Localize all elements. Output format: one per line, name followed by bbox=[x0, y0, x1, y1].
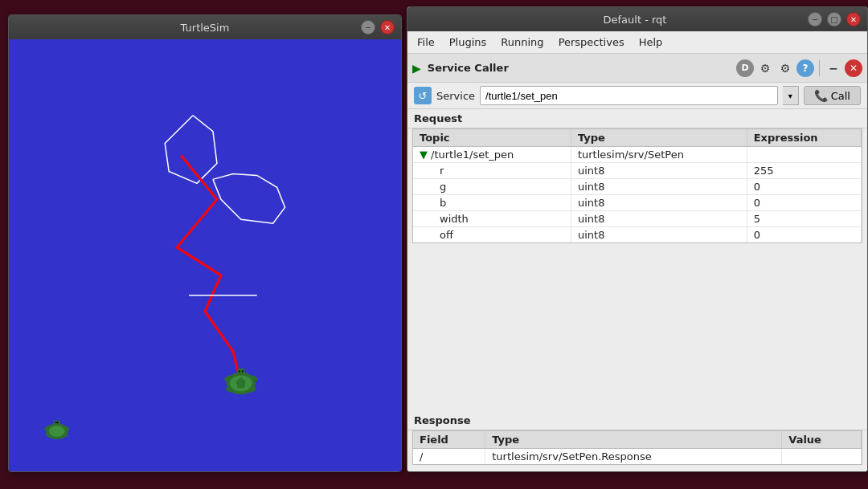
response-value-cell bbox=[782, 449, 862, 465]
menu-plugins[interactable]: Plugins bbox=[443, 34, 493, 51]
service-label: Service bbox=[436, 90, 475, 102]
service-caller-label: Service Caller bbox=[428, 62, 509, 74]
request-expression-cell[interactable]: 0 bbox=[747, 179, 861, 195]
col-type: Type bbox=[485, 431, 782, 449]
request-row[interactable]: ▼/turtle1/set_penturtlesim/srv/SetPen bbox=[413, 147, 862, 163]
service-row: ↺ Service ▾ 📞 Call bbox=[407, 83, 867, 109]
service-input[interactable] bbox=[480, 86, 778, 105]
question-icon[interactable]: ? bbox=[796, 59, 814, 77]
col-expression: Expression bbox=[747, 129, 861, 147]
request-table-area: Topic Type Expression ▼/turtle1/set_pent… bbox=[407, 128, 867, 411]
service-dropdown[interactable]: ▾ bbox=[783, 86, 799, 105]
response-table-area: Field Type Value /turtlesim/srv/SetPen.R… bbox=[407, 430, 867, 471]
svg-point-18 bbox=[55, 422, 57, 423]
col-topic: Topic bbox=[413, 129, 571, 147]
request-row[interactable]: offuint80 bbox=[413, 227, 862, 243]
request-table: Topic Type Expression ▼/turtle1/set_pent… bbox=[413, 129, 862, 242]
close-button[interactable]: ✕ bbox=[380, 20, 395, 35]
request-row[interactable]: guint80 bbox=[413, 179, 862, 195]
request-expression-cell[interactable]: 0 bbox=[747, 227, 861, 243]
rqt-titlebar: Default - rqt ─ □ ✕ bbox=[407, 7, 867, 31]
request-type-cell: uint8 bbox=[571, 179, 747, 195]
request-row[interactable]: widthuint85 bbox=[413, 211, 862, 227]
toolbar-icon-group: D ⚙ ⚙ ? − ✕ bbox=[736, 59, 862, 77]
rqt-restore-button[interactable]: □ bbox=[827, 12, 841, 26]
col-value: Value bbox=[782, 431, 862, 449]
col-type: Type bbox=[571, 129, 747, 147]
response-row: /turtlesim/srv/SetPen.Response bbox=[413, 449, 862, 465]
request-topic-cell: ▼/turtle1/set_pen bbox=[413, 147, 571, 163]
request-table-wrapper: Topic Type Expression ▼/turtle1/set_pent… bbox=[412, 128, 862, 243]
request-row[interactable]: ruint8255 bbox=[413, 163, 862, 179]
toolbar-separator bbox=[819, 60, 820, 76]
toolbar-close-icon[interactable]: ✕ bbox=[845, 59, 862, 77]
svg-point-3 bbox=[237, 368, 245, 374]
response-table: Field Type Value /turtlesim/srv/SetPen.R… bbox=[413, 431, 862, 464]
request-topic-cell: width bbox=[413, 211, 571, 227]
svg-point-10 bbox=[242, 370, 244, 372]
rqt-window: Default - rqt ─ □ ✕ File Plugins Running… bbox=[407, 6, 868, 472]
request-topic-cell: off bbox=[413, 227, 571, 243]
menu-running[interactable]: Running bbox=[494, 34, 550, 51]
request-row[interactable]: buint80 bbox=[413, 195, 862, 211]
request-type-cell: uint8 bbox=[571, 227, 747, 243]
gear2-icon[interactable]: ⚙ bbox=[776, 59, 794, 77]
request-type-cell: uint8 bbox=[571, 211, 747, 227]
refresh-button[interactable]: ↺ bbox=[414, 87, 432, 104]
menu-help[interactable]: Help bbox=[633, 34, 669, 51]
request-expression-cell[interactable]: 5 bbox=[747, 211, 861, 227]
svg-point-9 bbox=[239, 370, 240, 372]
rqt-close-button[interactable]: ✕ bbox=[846, 12, 861, 26]
response-header-row: Field Type Value bbox=[413, 431, 862, 449]
response-type-cell: turtlesim/srv/SetPen.Response bbox=[485, 449, 782, 465]
call-button[interactable]: 📞 Call bbox=[804, 86, 861, 105]
request-header-row: Topic Type Expression bbox=[413, 129, 862, 147]
turtle-drawing bbox=[9, 39, 401, 471]
request-type-cell: turtlesim/srv/SetPen bbox=[571, 147, 747, 163]
rqt-minimize-button[interactable]: ─ bbox=[808, 12, 822, 26]
minimize-button[interactable]: ─ bbox=[361, 20, 375, 35]
request-type-cell: uint8 bbox=[571, 163, 747, 179]
d-icon[interactable]: D bbox=[736, 59, 754, 77]
turtlesim-window: TurtleSim ─ ✕ bbox=[8, 14, 402, 472]
turtlesim-controls: ─ ✕ bbox=[361, 20, 395, 35]
rqt-title: Default - rqt bbox=[462, 14, 808, 26]
request-topic-cell: r bbox=[413, 163, 571, 179]
menu-bar: File Plugins Running Perspectives Help bbox=[407, 31, 867, 54]
gear-icon[interactable]: ⚙ bbox=[756, 59, 774, 77]
request-type-cell: uint8 bbox=[571, 195, 747, 211]
response-table-wrapper: Field Type Value /turtlesim/srv/SetPen.R… bbox=[412, 430, 862, 465]
call-label: Call bbox=[831, 90, 850, 102]
request-expression-cell[interactable] bbox=[747, 147, 861, 163]
turtlesim-titlebar: TurtleSim ─ ✕ bbox=[9, 15, 401, 39]
request-header: Request bbox=[407, 109, 867, 128]
request-topic-cell: g bbox=[413, 179, 571, 195]
toolbar-arrow: ▶ bbox=[412, 62, 421, 75]
response-header: Response bbox=[407, 411, 867, 430]
request-expression-cell[interactable]: 255 bbox=[747, 163, 861, 179]
menu-perspectives[interactable]: Perspectives bbox=[552, 34, 631, 51]
turtlesim-title: TurtleSim bbox=[181, 22, 230, 34]
toolbar: ▶ Service Caller D ⚙ ⚙ ? − ✕ bbox=[407, 54, 867, 83]
call-phone-icon: 📞 bbox=[814, 89, 828, 102]
col-field: Field bbox=[413, 431, 485, 449]
response-field-cell: / bbox=[413, 449, 485, 465]
svg-point-19 bbox=[57, 422, 59, 423]
request-topic-cell: b bbox=[413, 195, 571, 211]
rqt-win-controls: ─ □ ✕ bbox=[808, 12, 861, 26]
menu-file[interactable]: File bbox=[411, 34, 441, 51]
request-expression-cell[interactable]: 0 bbox=[747, 195, 861, 211]
minus-icon[interactable]: − bbox=[825, 59, 842, 77]
turtlesim-canvas bbox=[9, 39, 401, 471]
rqt-content: File Plugins Running Perspectives Help ▶… bbox=[407, 31, 867, 471]
